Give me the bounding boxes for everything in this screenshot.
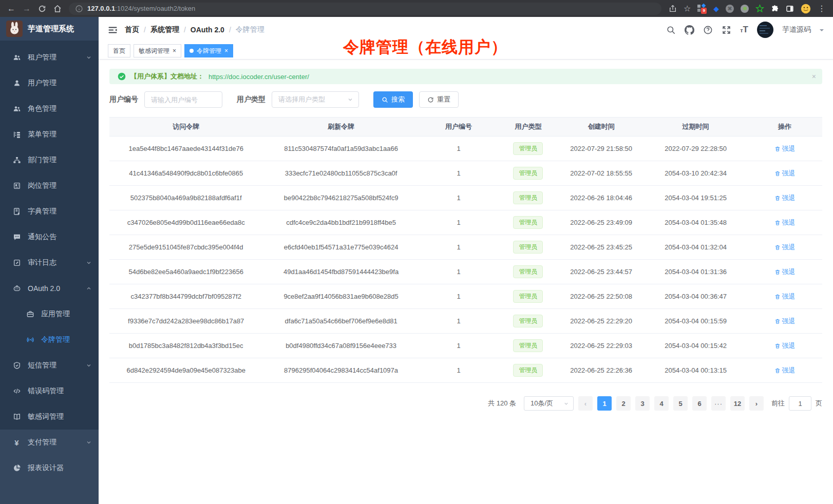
force-logout-button[interactable]: 强退 xyxy=(774,169,796,178)
star-extension-icon[interactable] xyxy=(755,4,764,13)
help-icon[interactable] xyxy=(703,25,713,35)
shield-icon xyxy=(12,361,21,370)
page-button-3[interactable]: 3 xyxy=(635,396,650,411)
page-size-select[interactable]: 10条/页 xyxy=(524,396,574,411)
sidebar-item-menu[interactable]: 菜单管理 xyxy=(0,122,99,147)
force-logout-button[interactable]: 强退 xyxy=(774,292,796,301)
cell-user-id: 1 xyxy=(420,334,498,358)
reset-button[interactable]: 重置 xyxy=(419,91,459,108)
user-icon xyxy=(12,79,21,87)
command-extension-icon[interactable]: ⌘ xyxy=(726,5,734,13)
sidebar-item-dept[interactable]: 部门管理 xyxy=(0,147,99,173)
filter-form: 用户编号 用户类型 请选择用户类型 搜索 重置 xyxy=(109,91,822,108)
extension-blocks-icon[interactable]: 9 xyxy=(697,4,707,13)
user-avatar[interactable] xyxy=(757,22,773,38)
address-bar[interactable]: 127.0.0.1:1024/system/oauth2/token xyxy=(69,3,661,15)
next-page-button[interactable]: › xyxy=(749,396,764,411)
cell-expire-time: 2054-03-04 01:31:36 xyxy=(644,260,747,284)
sidebar-item-user[interactable]: 用户管理 xyxy=(0,70,99,96)
side-panel-icon[interactable] xyxy=(786,5,794,13)
browser-menu-icon[interactable]: ⋮ xyxy=(818,5,826,13)
dot-extension-icon[interactable] xyxy=(741,5,749,13)
sidebar-item-tenant[interactable]: 租户管理 xyxy=(0,45,99,70)
force-logout-button[interactable]: 强退 xyxy=(774,341,796,351)
badge-icon xyxy=(12,182,21,190)
sidebar-item-pay[interactable]: ¥支付管理 xyxy=(0,430,99,455)
github-icon[interactable] xyxy=(685,25,694,35)
user-id-input[interactable] xyxy=(144,91,222,108)
bookmark-star-icon[interactable]: ☆ xyxy=(684,5,691,13)
fullscreen-icon[interactable] xyxy=(722,25,731,35)
browser-back-icon[interactable]: ← xyxy=(7,5,15,13)
force-logout-button[interactable]: 强退 xyxy=(774,267,796,277)
sidebar-item-role[interactable]: 角色管理 xyxy=(0,96,99,122)
page-button-1[interactable]: 1 xyxy=(597,396,612,411)
cell-actions: 强退 xyxy=(747,334,822,358)
browser-home-icon[interactable] xyxy=(53,5,62,13)
user-dropdown-caret-icon[interactable] xyxy=(820,29,824,33)
page-button-5[interactable]: 5 xyxy=(673,396,688,411)
page-button-12[interactable]: 12 xyxy=(730,396,745,411)
browser-reload-icon[interactable] xyxy=(38,5,46,13)
sidebar-item-errcode[interactable]: 错误码管理 xyxy=(0,378,99,404)
prev-page-button[interactable]: ‹ xyxy=(578,396,593,411)
force-logout-button[interactable]: 强退 xyxy=(774,243,796,252)
sidebar-item-oauth2[interactable]: OAuth 2.0 xyxy=(0,276,99,301)
breadcrumb-item[interactable]: 系统管理 xyxy=(150,25,179,34)
puzzle-extensions-icon[interactable] xyxy=(771,5,779,13)
sidebar-item-sensword[interactable]: 敏感词管理 xyxy=(0,404,99,430)
tab-close-icon[interactable]: × xyxy=(224,48,228,54)
sidebar-item-audit[interactable]: 审计日志 xyxy=(0,250,99,276)
cell-user-type: 管理员 xyxy=(498,284,558,309)
breadcrumb-item[interactable]: 首页 xyxy=(125,25,139,34)
gem-extension-icon[interactable]: ◆ xyxy=(713,5,719,13)
sidebar-item-notice[interactable]: 通知公告 xyxy=(0,224,99,250)
goto-page-input[interactable] xyxy=(789,396,811,411)
tab-close-icon[interactable]: × xyxy=(173,48,176,54)
cell-expire-time: 2022-07-29 22:28:50 xyxy=(644,137,747,161)
user-type-label: 用户类型 xyxy=(237,95,266,104)
font-size-icon[interactable]: тT xyxy=(740,25,748,35)
tab-label: 令牌管理 xyxy=(197,47,221,55)
force-logout-button[interactable]: 强退 xyxy=(774,366,796,375)
doc-link[interactable]: https://doc.iocoder.cn/user-center/ xyxy=(209,73,309,81)
sidebar-item-oauth2-token[interactable]: 令牌管理 xyxy=(0,327,99,353)
logo-rabbit-icon xyxy=(6,21,23,37)
user-name[interactable]: 芋道源码 xyxy=(782,25,811,34)
share-icon[interactable] xyxy=(669,5,677,13)
profile-avatar-icon[interactable] xyxy=(801,4,811,14)
user-type-select[interactable]: 请选择用户类型 xyxy=(272,91,359,108)
cell-access-token: 6d842e2924594de9a09e45e087323abe xyxy=(109,358,262,383)
search-icon[interactable] xyxy=(666,25,676,35)
active-tab-dot xyxy=(190,49,194,53)
site-info-icon[interactable] xyxy=(75,5,83,13)
tab-令牌管理[interactable]: 令牌管理× xyxy=(184,44,233,57)
sidebar-item-dict[interactable]: 字典管理 xyxy=(0,199,99,224)
cell-access-token: f9336e7c7dd242a283ee98dc86b17a87 xyxy=(109,309,262,334)
page-button-6[interactable]: 6 xyxy=(692,396,707,411)
sidebar-item-sms[interactable]: 短信管理 xyxy=(0,353,99,378)
force-logout-button[interactable]: 强退 xyxy=(774,317,796,326)
cell-actions: 强退 xyxy=(747,161,822,186)
sidebar-item-report[interactable]: 报表设计器 xyxy=(0,455,99,481)
cell-user-type: 管理员 xyxy=(498,235,558,260)
force-logout-button[interactable]: 强退 xyxy=(774,144,796,153)
force-logout-label: 强退 xyxy=(782,169,796,178)
sidebar-item-oauth2-app[interactable]: 应用管理 xyxy=(0,301,99,327)
breadcrumb-item[interactable]: OAuth 2.0 xyxy=(191,26,224,34)
cell-created-time: 2022-07-29 21:58:50 xyxy=(558,137,644,161)
alert-close-icon[interactable]: × xyxy=(812,72,816,81)
page-button-2[interactable]: 2 xyxy=(616,396,631,411)
tab-敏感词管理[interactable]: 敏感词管理× xyxy=(134,44,181,57)
sidebar-collapse-icon[interactable] xyxy=(108,25,118,35)
force-logout-button[interactable]: 强退 xyxy=(774,193,796,203)
cell-user-type: 管理员 xyxy=(498,137,558,161)
table-row: 502375b8040a469a9b82188afdf6af1fbe90422b… xyxy=(109,186,822,210)
tab-首页[interactable]: 首页 xyxy=(108,44,130,57)
sidebar-item-post[interactable]: 岗位管理 xyxy=(0,173,99,199)
page-button-4[interactable]: 4 xyxy=(654,396,669,411)
force-logout-button[interactable]: 强退 xyxy=(774,218,796,227)
search-button[interactable]: 搜索 xyxy=(373,91,413,108)
browser-forward-icon[interactable]: → xyxy=(23,5,31,13)
cell-actions: 强退 xyxy=(747,210,822,235)
